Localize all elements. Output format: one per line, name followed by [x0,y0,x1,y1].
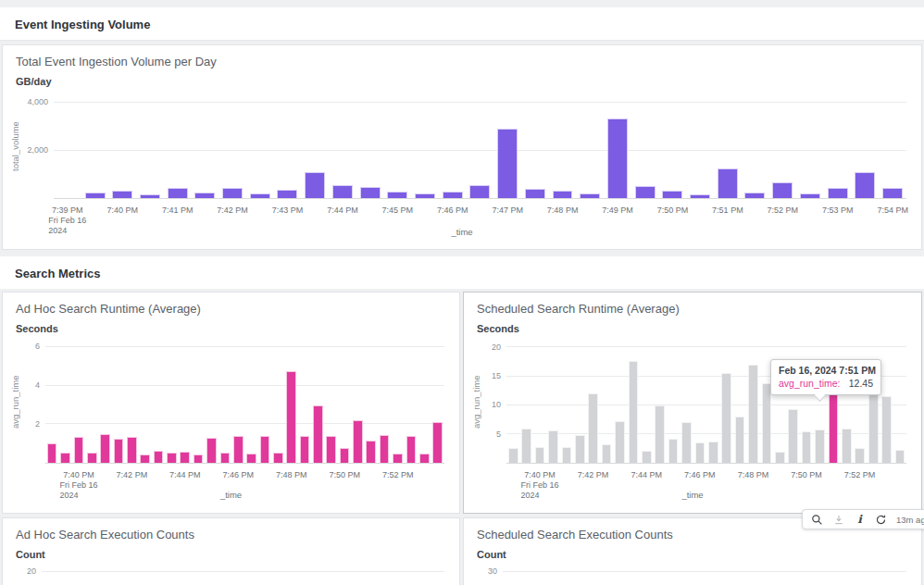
bar[interactable] [387,192,407,198]
bar[interactable] [366,441,376,463]
bar[interactable] [655,405,665,463]
bar[interactable] [575,435,585,464]
bar[interactable] [100,434,110,463]
bar[interactable] [112,191,132,198]
bar[interactable] [508,448,518,463]
bar[interactable] [393,454,403,463]
bar[interactable] [695,442,705,463]
bar-highlighted[interactable] [829,391,839,463]
bar[interactable] [353,420,363,463]
bar[interactable] [497,129,518,198]
bar[interactable] [553,191,573,198]
bar[interactable] [815,429,825,463]
bar[interactable] [635,186,656,198]
bar[interactable] [868,389,879,463]
bar[interactable] [744,193,765,198]
bar[interactable] [222,188,243,198]
bar[interactable] [326,436,336,463]
bar[interactable] [220,453,231,463]
info-icon[interactable]: i [854,513,866,527]
bar[interactable] [206,438,217,463]
bar[interactable] [842,429,852,463]
bar[interactable] [629,361,639,463]
bar[interactable] [340,448,350,463]
bar[interactable] [233,436,243,463]
bar[interactable] [662,191,682,198]
bar[interactable] [521,429,531,463]
bar[interactable] [180,452,190,463]
bar[interactable] [469,185,490,198]
bar[interactable] [708,442,718,463]
bar[interactable] [882,188,903,198]
bar[interactable] [305,172,325,198]
bar[interactable] [60,453,70,463]
bar[interactable] [443,192,463,198]
bar[interactable] [802,431,812,463]
bar[interactable] [548,430,558,463]
bar[interactable] [406,436,417,463]
bar[interactable] [432,422,443,463]
x-tick-label: 7:42 PM [117,464,148,480]
bar[interactable] [250,193,270,198]
bar[interactable] [800,193,820,198]
bar[interactable] [718,168,738,198]
bar-slot [467,93,494,198]
x-tick-label: 7:48 PM [276,464,307,480]
bar[interactable] [642,451,652,463]
bar[interactable] [286,371,296,463]
bar[interactable] [681,422,692,463]
bar[interactable] [762,383,772,463]
bar[interactable] [127,437,137,463]
bar[interactable] [690,194,710,198]
bar[interactable] [748,365,758,463]
bar[interactable] [580,193,600,198]
bar[interactable] [772,182,793,198]
bar[interactable] [855,448,865,463]
bar[interactable] [828,188,848,198]
bar[interactable] [194,193,215,198]
bar[interactable] [167,453,177,463]
bar[interactable] [85,193,106,198]
bar[interactable] [246,454,256,463]
bar[interactable] [260,436,270,463]
bar[interactable] [140,194,160,198]
bar[interactable] [735,417,745,463]
bar[interactable] [721,373,731,463]
bar-slot [297,566,311,585]
bar[interactable] [273,453,283,463]
bar[interactable] [602,444,612,463]
bar[interactable] [615,421,625,463]
bar[interactable] [535,447,545,463]
bar[interactable] [332,185,353,198]
bar[interactable] [881,396,892,463]
bar[interactable] [895,450,905,463]
search-icon[interactable] [811,513,823,527]
bar[interactable] [562,447,572,463]
bar[interactable] [415,193,435,198]
bar[interactable] [313,405,323,463]
y-axis-title: avg_run_time [10,341,22,464]
bar[interactable] [668,439,679,463]
bar[interactable] [140,454,150,463]
bar[interactable] [419,454,430,463]
bar[interactable] [277,190,297,198]
bar[interactable] [114,439,124,463]
bar[interactable] [607,118,628,198]
bar[interactable] [525,189,545,198]
bar[interactable] [154,451,164,464]
bar[interactable] [788,409,798,463]
bar[interactable] [775,452,785,463]
bar[interactable] [168,188,188,198]
bar[interactable] [380,435,390,463]
bar[interactable] [47,443,57,463]
bar[interactable] [588,393,598,463]
bar[interactable] [194,454,204,463]
download-icon[interactable] [832,513,844,527]
bar[interactable] [87,453,97,463]
tooltip-timestamp: Feb 16, 2024 7:51 PM [771,360,880,378]
bar[interactable] [300,436,310,463]
bar[interactable] [855,172,875,198]
bar[interactable] [360,187,381,198]
bar[interactable] [74,437,84,463]
refresh-icon[interactable] [875,513,887,527]
